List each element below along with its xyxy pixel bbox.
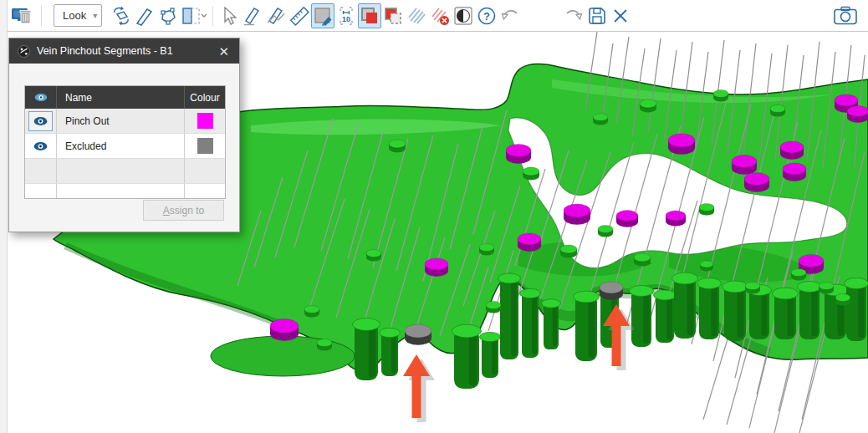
draw-slice-polyline-button[interactable] <box>264 3 288 28</box>
excluded-marker <box>405 324 431 338</box>
colour-cell[interactable] <box>185 134 225 158</box>
edit-slicer-button[interactable] <box>311 3 334 28</box>
assign-to-button[interactable]: Assign to <box>143 200 224 221</box>
visibility-focus-box <box>28 111 53 131</box>
help-icon: ? <box>477 6 497 26</box>
hatch-visible-button[interactable] <box>405 3 428 28</box>
cursor-icon <box>219 6 239 26</box>
vein-marker <box>819 283 834 290</box>
save-button[interactable] <box>585 3 609 28</box>
pinch-out-marker <box>518 233 541 245</box>
table-row-excluded[interactable]: Excluded <box>25 134 225 159</box>
edit-slicer-icon <box>313 6 333 26</box>
eye-icon <box>33 116 48 126</box>
close-tool-button[interactable] <box>609 3 632 28</box>
pinch-out-marker <box>732 155 757 168</box>
slice-tool-button[interactable] <box>133 3 156 28</box>
pinch-out-marker <box>847 106 868 117</box>
draw-slice-line-icon <box>243 6 263 26</box>
pinchout-segments-icon <box>18 45 30 58</box>
undo-icon <box>500 6 520 26</box>
vein-marker <box>598 226 613 233</box>
visibility-cell[interactable] <box>25 109 57 133</box>
colour-column-header: Colour <box>185 86 225 109</box>
vein-marker <box>560 245 577 253</box>
vein-marker <box>770 105 785 113</box>
vein-marker <box>835 294 850 302</box>
select-inside-button[interactable] <box>358 3 381 28</box>
segment-name: Excluded <box>57 134 185 158</box>
name-column-header: Name <box>57 86 185 109</box>
polyline-tool-button[interactable] <box>156 3 180 28</box>
slice-tool-icon <box>135 6 155 26</box>
close-icon <box>610 6 631 26</box>
vein-marker <box>791 269 806 277</box>
cursor-tool-button[interactable] <box>217 3 241 28</box>
rotate-selection-button[interactable] <box>110 3 133 28</box>
table-row-pinch-out[interactable]: Pinch Out <box>25 109 225 134</box>
colour-cell[interactable] <box>185 109 225 133</box>
select-outside-icon <box>383 6 403 26</box>
eye-icon <box>33 141 48 151</box>
pinch-out-marker <box>668 134 695 147</box>
contrast-icon <box>453 6 473 26</box>
slicer-box-button[interactable] <box>180 3 208 28</box>
table-row-empty[interactable] <box>25 184 225 198</box>
undo-button[interactable] <box>498 3 522 28</box>
pinch-out-marker <box>270 319 299 334</box>
pinch-out-marker <box>616 211 638 222</box>
vein-marker <box>640 99 656 108</box>
ruler-button[interactable] <box>288 3 311 28</box>
svg-text:10: 10 <box>342 15 350 23</box>
vein-marker <box>699 204 714 211</box>
interval-width-button[interactable]: 10 <box>334 3 358 28</box>
polyline-tool-icon <box>158 6 178 26</box>
help-button[interactable]: ? <box>475 3 498 28</box>
vein-marker <box>634 253 651 262</box>
clear-scene-button[interactable] <box>8 3 37 28</box>
table-header-row: Name Colour <box>25 86 225 109</box>
camera-icon <box>833 6 858 26</box>
hatch-visible-icon <box>406 6 426 26</box>
dialog-close-button[interactable]: ✕ <box>217 45 231 58</box>
vein-pinchout-segments-dialog: Vein Pinchout Segments - B1 ✕ Name Colou… <box>8 38 240 232</box>
hatch-remove-button[interactable] <box>428 3 452 28</box>
ruler-icon <box>289 6 309 26</box>
dialog-title: Vein Pinchout Segments - B1 <box>37 45 210 57</box>
vein-marker <box>317 339 332 347</box>
rotate-selection-icon <box>111 6 131 26</box>
pinchout-ellipse <box>211 336 355 376</box>
vein-marker <box>486 302 501 309</box>
pinch-out-marker <box>780 141 804 153</box>
pinch-out-marker <box>783 163 806 175</box>
vein-marker <box>479 244 494 252</box>
segment-name: Pinch Out <box>57 109 185 133</box>
dialog-title-bar[interactable]: Vein Pinchout Segments - B1 ✕ <box>9 38 239 64</box>
select-inside-icon <box>360 6 380 26</box>
toolbar-separator <box>41 6 42 26</box>
look-direction-dropdown[interactable]: Look ▾ <box>54 4 102 27</box>
select-outside-button[interactable] <box>381 3 405 28</box>
redo-icon <box>564 6 584 26</box>
vein-marker <box>700 261 713 267</box>
vein-marker <box>745 283 760 290</box>
visibility-cell[interactable] <box>25 134 57 158</box>
interval-width-icon: 10 <box>336 6 356 26</box>
vein-marker <box>389 140 406 148</box>
pinch-out-marker <box>666 211 686 221</box>
colour-swatch-pinch-out[interactable] <box>197 113 213 129</box>
contrast-button[interactable] <box>452 3 475 28</box>
camera-button[interactable] <box>831 3 860 28</box>
toolbar-separator <box>212 6 213 26</box>
pinch-out-marker <box>744 173 769 186</box>
eye-icon <box>34 93 48 102</box>
draw-slice-polyline-icon <box>266 6 286 26</box>
table-row-empty[interactable] <box>25 159 225 184</box>
visibility-column-header[interactable] <box>25 86 57 109</box>
draw-slice-line-button[interactable] <box>241 3 264 28</box>
redo-button[interactable] <box>562 3 585 28</box>
segments-table: Name Colour Pinch Out <box>24 85 226 199</box>
save-icon <box>587 6 607 26</box>
colour-swatch-excluded[interactable] <box>197 138 213 154</box>
vein-marker <box>523 167 539 176</box>
